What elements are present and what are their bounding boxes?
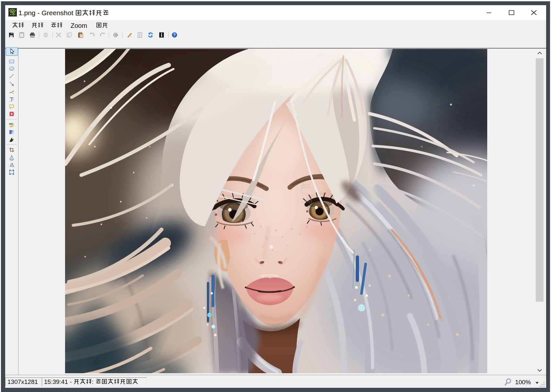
svg-text:LOM: LOM — [297, 196, 312, 205]
svg-text:abc: abc — [9, 122, 14, 125]
svg-text:?: ? — [173, 33, 175, 37]
